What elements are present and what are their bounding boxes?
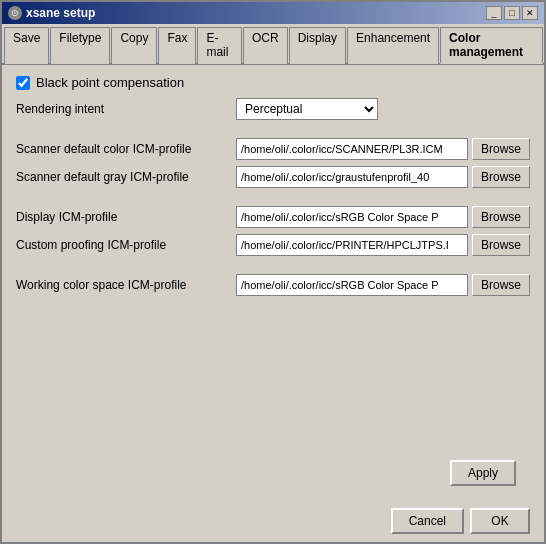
rendering-intent-select[interactable]: Perceptual Relative colorimetric Saturat… (236, 98, 378, 120)
custom-proofing-profile-label: Custom proofing ICM-profile (16, 238, 236, 252)
apply-button[interactable]: Apply (450, 460, 516, 486)
content-area: Black point compensation Rendering inten… (2, 65, 544, 500)
scanner-color-profile-browse[interactable]: Browse (472, 138, 530, 160)
rendering-intent-label: Rendering intent (16, 102, 236, 116)
custom-proofing-profile-browse[interactable]: Browse (472, 234, 530, 256)
black-point-compensation-row: Black point compensation (16, 75, 530, 90)
rendering-intent-row: Rendering intent Perceptual Relative col… (16, 98, 530, 120)
scanner-color-profile-value: /home/oli/.color/icc/SCANNER/PL3R.ICM (236, 138, 468, 160)
ok-button[interactable]: OK (470, 508, 530, 534)
working-colorspace-profile-value: /home/oli/.color/icc/sRGB Color Space P (236, 274, 468, 296)
apply-row: Apply (16, 460, 530, 486)
minimize-button[interactable]: _ (486, 6, 502, 20)
black-point-compensation-label: Black point compensation (36, 75, 184, 90)
scanner-gray-profile-browse[interactable]: Browse (472, 166, 530, 188)
working-colorspace-profile-browse[interactable]: Browse (472, 274, 530, 296)
custom-proofing-profile-row: Custom proofing ICM-profile /home/oli/.c… (16, 234, 530, 256)
black-point-compensation-checkbox[interactable] (16, 76, 30, 90)
custom-proofing-profile-value: /home/oli/.color/icc/PRINTER/HPCLJTPS.I (236, 234, 468, 256)
title-bar: ⊙ xsane setup _ □ ✕ (2, 2, 544, 24)
close-button[interactable]: ✕ (522, 6, 538, 20)
tab-filetype[interactable]: Filetype (50, 27, 110, 64)
display-profile-label: Display ICM-profile (16, 210, 236, 224)
window-title: xsane setup (26, 6, 95, 20)
window-icon: ⊙ (8, 6, 22, 20)
scanner-color-profile-row: Scanner default color ICM-profile /home/… (16, 138, 530, 160)
scanner-color-profile-label: Scanner default color ICM-profile (16, 142, 236, 156)
tab-display[interactable]: Display (289, 27, 346, 64)
tab-save[interactable]: Save (4, 27, 49, 64)
bottom-button-bar: Cancel OK (2, 500, 544, 542)
tab-enhancement[interactable]: Enhancement (347, 27, 439, 64)
working-colorspace-profile-label: Working color space ICM-profile (16, 278, 236, 292)
maximize-button[interactable]: □ (504, 6, 520, 20)
display-profile-browse[interactable]: Browse (472, 206, 530, 228)
tab-bar: Save Filetype Copy Fax E-mail OCR Displa… (2, 24, 544, 65)
tab-copy[interactable]: Copy (111, 27, 157, 64)
working-colorspace-profile-row: Working color space ICM-profile /home/ol… (16, 274, 530, 296)
cancel-button[interactable]: Cancel (391, 508, 464, 534)
tab-fax[interactable]: Fax (158, 27, 196, 64)
title-controls: _ □ ✕ (486, 6, 538, 20)
tab-color-management[interactable]: Color management (440, 27, 543, 64)
display-profile-value: /home/oli/.color/icc/sRGB Color Space P (236, 206, 468, 228)
scanner-gray-profile-label: Scanner default gray ICM-profile (16, 170, 236, 184)
tab-email[interactable]: E-mail (197, 27, 242, 64)
scanner-gray-profile-value: /home/oli/.color/icc/graustufenprofil_40 (236, 166, 468, 188)
tab-ocr[interactable]: OCR (243, 27, 288, 64)
main-window: ⊙ xsane setup _ □ ✕ Save Filetype Copy F… (0, 0, 546, 544)
scanner-gray-profile-row: Scanner default gray ICM-profile /home/o… (16, 166, 530, 188)
title-bar-left: ⊙ xsane setup (8, 6, 95, 20)
rendering-intent-select-container: Perceptual Relative colorimetric Saturat… (236, 98, 378, 120)
display-profile-row: Display ICM-profile /home/oli/.color/icc… (16, 206, 530, 228)
